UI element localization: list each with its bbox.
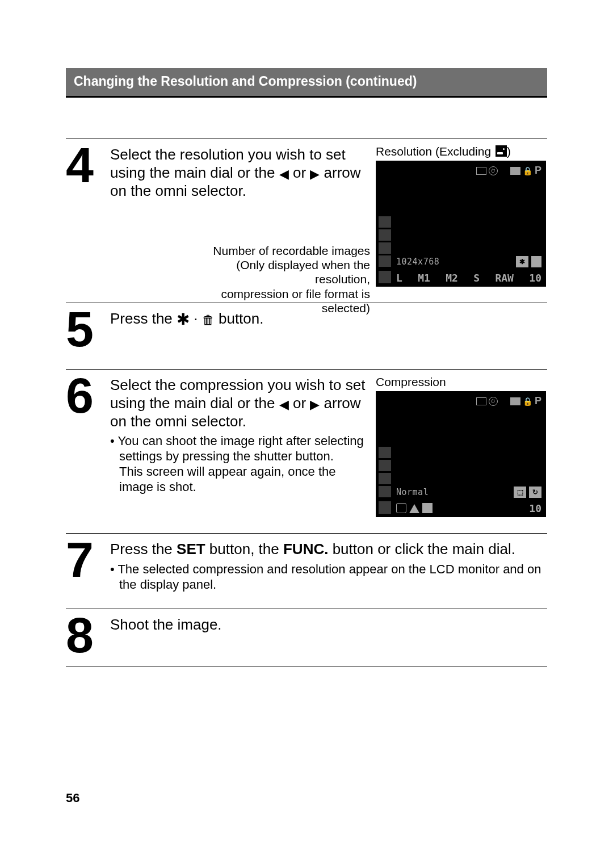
right-arrow-icon: ▶ [310,167,320,181]
stack-foot-icon [379,501,391,514]
left-arrow-icon: ◀ [279,397,289,412]
step-4-figure: Resolution (Excluding ) ⏱ 🔒 P [376,145,546,287]
res-raw: RAW [495,272,514,284]
res-s: S [473,272,480,284]
comp-icon-normal [422,503,433,513]
timer-icon: ⏱ [489,397,498,406]
recordable-count: 10 [529,272,541,284]
step-8: 8 Shoot the image. [66,609,547,666]
comp-icon-fine [409,504,419,513]
lcd-left-icon-stack [379,216,391,267]
lock-icon: 🔒 [523,397,532,406]
step-7-note: The selected compression and resolution … [110,562,547,593]
step-7-instruction: Press the SET button, the FUNC. button o… [110,540,547,559]
compression-icons [396,503,433,513]
mode-p-icon: P [535,165,541,177]
step-4: 4 Select the resolution you wish to set … [66,139,547,303]
section-header: Changing the Resolution and Compression … [66,68,547,98]
stack-icon [379,473,391,484]
func-button-label: FUNC. [283,540,328,557]
res-m2: M2 [446,272,458,284]
lock-icon: 🔒 [523,166,532,175]
step-6-instruction: Select the compression you wish to set u… [110,376,366,430]
stack-icon [379,242,391,254]
lcd-compression-value: Normal [396,487,429,497]
lcd-bottom-row: L M1 M2 S RAW 10 [396,271,541,284]
stack-icon [379,460,391,471]
stack-icon [379,447,391,458]
lcd-resolution-value: 1024x768 [396,257,439,267]
step-8-instruction: Shoot the image. [110,616,547,634]
step-6-note-2: This screen will appear again, once the … [110,464,366,495]
recordable-count: 10 [529,502,541,514]
page-number: 56 [66,791,79,806]
lcd-left-icon-stack [379,447,391,497]
bracket-icon [510,397,520,405]
step-number: 8 [66,615,100,656]
lcd-screen-compression: ⏱ 🔒 P [376,391,546,517]
lcd-top-status-icons: ⏱ 🔒 P [476,165,541,177]
step-number: 7 [66,539,100,592]
left-arrow-icon: ◀ [279,167,289,181]
figure-label: Compression [376,375,546,389]
lcd-info-right-icons: ✱ [516,256,541,267]
stack-icon [379,486,391,497]
timer-icon: ⏱ [489,166,498,175]
movie-mode-icon [496,145,507,157]
step-5: 5 Press the ✱ · 🗑 button. [66,303,547,369]
figure-label: Resolution (Excluding ) [376,145,546,158]
chip-icon-1: ⬚ [514,487,526,498]
right-arrow-icon: ▶ [310,397,320,412]
stack-icon [379,216,391,228]
asterisk-icon: ✱ [177,311,190,328]
step-6-note-1: You can shoot the image right after sele… [110,434,366,464]
step-6: 6 Select the compression you wish to set… [66,369,547,533]
step-number: 4 [66,145,100,287]
lcd-info-right-icons: ⬚ ↻ [514,487,541,498]
res-l: L [396,272,402,284]
continuous-shot-icon [476,167,486,175]
stack-icon [379,229,391,241]
lcd-bottom-row: 10 [396,502,541,514]
comp-icon-superfine [396,503,406,513]
bracket-icon [510,167,520,175]
lcd-screen-resolution: ⏱ 🔒 P [376,161,546,287]
step-number: 6 [66,375,100,517]
step-number: 5 [66,309,100,350]
lcd-top-status-icons: ⏱ 🔒 P [476,395,541,407]
res-m1: M1 [418,272,430,284]
trash-icon: 🗑 [202,313,215,327]
flash-icon: ✱ [516,256,528,267]
step-6-figure: Compression ⏱ 🔒 P [376,375,546,517]
step-4-instruction: Select the resolution you wish to set us… [110,146,366,200]
continuous-shot-icon [476,397,486,405]
person-icon [531,256,541,267]
stack-foot-icon [379,271,391,283]
chip-icon-2: ↻ [529,487,541,498]
stack-icon [379,255,391,267]
step-5-instruction: Press the ✱ · 🗑 button. [110,310,547,329]
section-header-text: Changing the Resolution and Compression … [74,74,417,89]
set-button-label: SET [177,540,205,557]
step-7: 7 Press the SET button, the FUNC. button… [66,533,547,608]
mode-p-icon: P [535,395,541,407]
